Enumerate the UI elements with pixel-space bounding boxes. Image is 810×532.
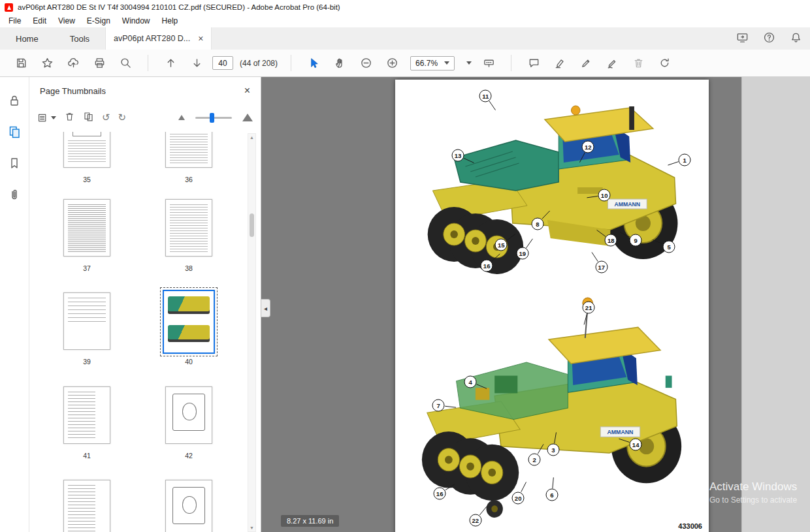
zoom-small-icon (178, 115, 185, 120)
thumbnail-page-40[interactable] (163, 290, 215, 354)
menu-item-esign[interactable]: E-Sign (81, 14, 116, 27)
tab-tools[interactable]: Tools (54, 27, 105, 50)
thumb-content (172, 487, 205, 524)
extract-pages-icon (83, 111, 94, 122)
callout-13: 13 (452, 149, 464, 162)
slider-handle[interactable] (210, 113, 214, 123)
caret-down-icon (51, 116, 56, 119)
touch-mode-button[interactable] (480, 55, 497, 72)
thumbnail-page-37[interactable] (63, 199, 110, 257)
zoom-level-dropdown[interactable]: 66.7% (410, 56, 455, 70)
next-page-button[interactable] (188, 55, 205, 72)
share-screen-button[interactable] (736, 31, 749, 46)
print-button[interactable] (91, 55, 108, 72)
hand-tool-button[interactable] (331, 55, 348, 72)
cloud-upload-button[interactable] (65, 55, 82, 72)
menu-item-edit[interactable]: Edit (27, 14, 52, 27)
panel-scrollbar[interactable]: ▲ ▼ (248, 133, 256, 532)
rotate-pages-button[interactable] (656, 55, 673, 72)
toolbar-separator (291, 55, 291, 71)
thumbnail-options-button[interactable] (37, 112, 56, 123)
callout-12: 12 (582, 140, 594, 153)
thumbnail-page-44[interactable] (165, 480, 212, 532)
close-tab-icon[interactable]: × (198, 34, 203, 43)
save-icon (15, 57, 27, 69)
minus-circle-icon (360, 57, 372, 69)
thumbnail-page-43[interactable] (63, 480, 110, 532)
delete-button[interactable] (630, 55, 647, 72)
tools-pane-collapsed[interactable] (741, 77, 810, 532)
toolbar-separator (148, 55, 148, 71)
thumbnail-page-39[interactable] (63, 292, 110, 350)
thumb-content (172, 394, 205, 431)
page-number-input[interactable] (212, 56, 233, 70)
comment-button[interactable] (525, 55, 542, 72)
favorites-star-button[interactable] (39, 55, 56, 72)
workspace: Page Thumbnails × ↺ ↻ 353637383940414243… (0, 77, 810, 532)
thumbnail-label: 41 (63, 452, 110, 460)
menu-item-view[interactable]: View (52, 14, 81, 27)
brand-label: AMMANN (615, 201, 640, 208)
menu-bar: File Edit View E-Sign Window Help (0, 14, 810, 27)
sign-button[interactable] (577, 55, 594, 72)
rotate-ccw-button[interactable]: ↺ (102, 113, 110, 123)
select-tool-button[interactable] (305, 55, 322, 72)
scrollbar-up-icon[interactable]: ▲ (248, 135, 255, 140)
callout-6: 6 (546, 489, 559, 501)
zoom-out-button[interactable] (357, 55, 374, 72)
scrollbar-down-icon[interactable]: ▼ (248, 525, 255, 530)
page-fit-dropdown[interactable] (464, 61, 472, 65)
zoom-level-value: 66.7% (415, 59, 438, 68)
help-button[interactable] (763, 31, 775, 46)
thumb-content (68, 204, 106, 252)
figure-code: 433006 (678, 522, 702, 530)
main-toolbar: (44 of 208) 66.7% (0, 50, 810, 77)
machine-figure-bottom: AMMANN (418, 295, 686, 520)
share-screen-icon (736, 31, 749, 44)
bookmarks-button[interactable] (8, 157, 21, 172)
tab-document[interactable]: avP06pt ART280 D... × (105, 27, 212, 50)
notifications-button[interactable] (790, 31, 802, 46)
window-title: avP06pt ART280 DE St IV T4f 3004994 2101… (18, 3, 340, 11)
thumbnail-page-35[interactable] (63, 132, 110, 168)
previous-page-button[interactable] (162, 55, 179, 72)
thumbnail-page-38[interactable] (165, 199, 212, 257)
tab-home[interactable]: Home (0, 27, 54, 50)
thumb-content (68, 485, 95, 532)
tab-bar: Home Tools avP06pt ART280 D... × (0, 27, 810, 50)
collapse-panel-button[interactable]: ◂ (261, 299, 270, 317)
extract-pages-button[interactable] (83, 111, 94, 125)
scrollbar-thumb[interactable] (250, 213, 254, 237)
find-button[interactable] (117, 55, 134, 72)
callout-4: 4 (464, 375, 477, 388)
zoom-in-button[interactable] (383, 55, 400, 72)
acrobat-window: avP06pt ART280 DE St IV T4f 3004994 2101… (0, 0, 810, 532)
thumbnail-list: 35363738394041424344 (29, 132, 245, 532)
attachments-button[interactable] (8, 188, 21, 204)
page-thumbnails-button[interactable] (8, 125, 21, 141)
menu-item-window[interactable]: Window (116, 14, 156, 27)
thumbnail-size-slider[interactable] (195, 117, 232, 119)
save-button[interactable] (12, 55, 29, 72)
menu-item-file[interactable]: File (3, 14, 27, 27)
cloud-upload-icon (67, 57, 80, 69)
security-settings-button[interactable] (8, 94, 21, 110)
trash-icon (64, 111, 75, 122)
rotate-cw-button[interactable]: ↻ (118, 113, 127, 123)
document-area[interactable]: AMMANN (261, 77, 741, 532)
touch-bar-icon (483, 57, 495, 69)
close-panel-icon[interactable]: × (244, 85, 250, 97)
pdf-page[interactable]: AMMANN (395, 80, 709, 532)
fill-sign-button[interactable] (604, 55, 621, 72)
machine-figure-top: AMMANN (421, 89, 686, 279)
highlight-button[interactable] (551, 55, 568, 72)
menu-item-help[interactable]: Help (156, 14, 184, 27)
caret-down-icon (444, 61, 449, 65)
thumbnail-page-41[interactable] (63, 386, 110, 444)
thumbnail-page-42[interactable] (165, 386, 212, 444)
panel-title: Page Thumbnails (40, 86, 106, 96)
delete-pages-button[interactable] (64, 111, 75, 125)
hand-icon (334, 57, 346, 69)
roller-illustration-top: AMMANN (421, 89, 686, 279)
thumbnail-page-36[interactable] (165, 132, 212, 168)
